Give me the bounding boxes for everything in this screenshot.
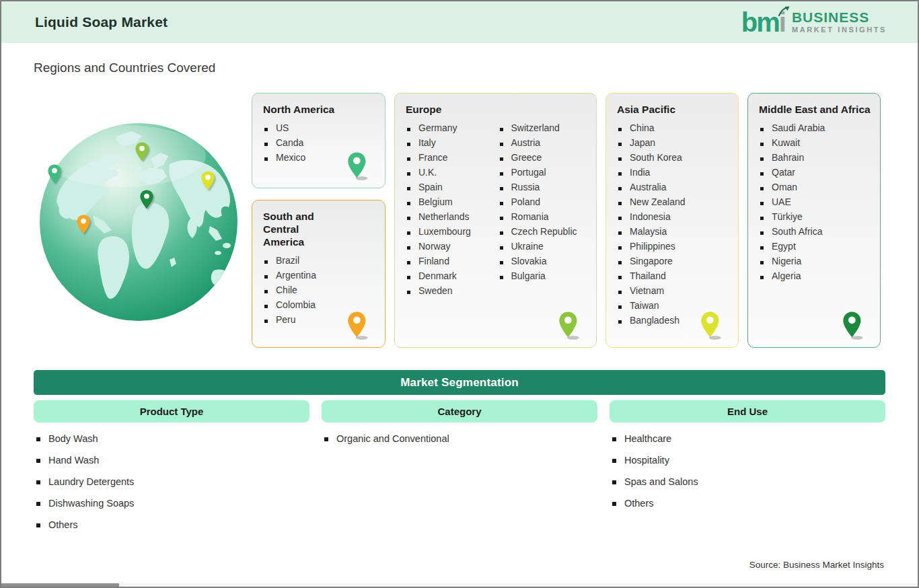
country-item: Algeria xyxy=(760,270,871,285)
country-item: Czech Republic xyxy=(500,226,587,241)
bullet-icon xyxy=(407,291,410,294)
horizontal-scrollbar[interactable] xyxy=(1,583,918,587)
country-item-label: New Zealand xyxy=(630,196,686,207)
bullet-icon xyxy=(760,172,764,176)
americas-column: North America USCandaMexico South and Ce… xyxy=(252,93,385,348)
country-item: Slovakia xyxy=(500,256,587,270)
map-pin-icon xyxy=(557,309,581,342)
country-item-label: Czech Republic xyxy=(511,226,577,237)
content-area: Regions and Countries Covered xyxy=(1,61,918,541)
country-list-europe: GermanyItalyFranceU.K.SpainBelgiumNether… xyxy=(404,122,587,300)
country-item: Qatar xyxy=(760,167,871,182)
country-item: France xyxy=(407,152,494,167)
bullet-icon xyxy=(760,128,764,131)
infographic-frame: Liquid Soap Market bmi BUSINESS MARKET I… xyxy=(0,0,919,588)
bullet-icon xyxy=(500,187,503,190)
segment-header-end-use: End Use xyxy=(610,400,885,422)
map-pin-icon xyxy=(134,141,150,163)
segment-list-product-type: Body WashHand WashLaundry DetergentsDish… xyxy=(34,433,309,541)
globe-graphic xyxy=(38,121,240,323)
bullet-icon xyxy=(407,128,410,131)
bullet-icon xyxy=(407,231,410,235)
country-item: Bahrain xyxy=(760,152,871,167)
country-item: Argentina xyxy=(264,270,375,285)
region-box-asia-pacific: Asia Pacific ChinaJapanSouth KoreaIndiaA… xyxy=(605,93,739,348)
bullet-icon xyxy=(618,217,622,220)
region-title: South and Central America xyxy=(263,210,342,248)
bullet-icon xyxy=(760,276,764,279)
country-item: Denmark xyxy=(407,270,494,285)
country-item-label: Indonesia xyxy=(630,211,671,222)
scrollbar-thumb[interactable] xyxy=(1,583,119,587)
bullet-icon xyxy=(264,275,268,279)
region-box-europe: Europe GermanyItalyFranceU.K.SpainBelgiu… xyxy=(394,93,597,348)
bmi-logo-text: BUSINESS MARKET INSIGHTS xyxy=(792,10,887,34)
country-item-label: Peru xyxy=(276,314,296,325)
bullet-icon xyxy=(264,305,268,308)
segment-col-product-type: Body WashHand WashLaundry DetergentsDish… xyxy=(34,433,309,541)
bullet-icon xyxy=(760,187,764,190)
country-item-label: Switzerland xyxy=(511,122,560,133)
country-item-label: Singapore xyxy=(630,256,673,266)
country-item: Thailand xyxy=(618,270,729,285)
country-item-label: Slovakia xyxy=(511,256,547,266)
region-title: Middle East and Africa xyxy=(759,103,871,116)
country-item-label: Poland xyxy=(511,196,541,207)
country-item: South Africa xyxy=(760,226,871,241)
segmentation-headers: Product Type Category End Use xyxy=(34,400,885,422)
country-item-label: Qatar xyxy=(772,167,795,178)
country-item: Italy xyxy=(407,137,494,152)
bullet-icon xyxy=(500,217,503,220)
logo-mark-green: bm xyxy=(741,7,779,37)
section-title: Regions and Countries Covered xyxy=(34,61,885,75)
bullet-icon xyxy=(618,261,622,264)
segment-item-label: Laundry Detergents xyxy=(48,476,134,487)
country-item: Brazil xyxy=(264,255,375,270)
logo-line2: MARKET INSIGHTS xyxy=(792,26,887,34)
country-item-label: Ukraine xyxy=(511,241,544,252)
bullet-icon xyxy=(618,276,622,279)
country-item-label: Russia xyxy=(511,182,540,192)
bullet-icon xyxy=(760,261,764,264)
bullet-icon xyxy=(500,128,503,131)
country-item-label: Thailand xyxy=(630,270,666,281)
country-item-label: Denmark xyxy=(418,270,457,281)
country-item: Malaysia xyxy=(618,226,729,241)
bullet-icon xyxy=(618,157,622,161)
segment-item: Dishwashing Soaps xyxy=(36,498,309,519)
bullet-icon xyxy=(500,276,503,279)
map-pin-icon xyxy=(200,170,216,192)
bullet-icon xyxy=(36,502,40,506)
bullet-icon xyxy=(500,157,503,161)
country-list-asia-pacific: ChinaJapanSouth KoreaIndiaAustraliaNew Z… xyxy=(616,122,729,330)
country-item-label: U.K. xyxy=(418,167,437,178)
country-item-label: Canda xyxy=(276,137,303,148)
bullet-icon xyxy=(407,202,410,205)
country-item: Kuwait xyxy=(760,137,871,152)
country-item: Spain xyxy=(407,182,494,196)
country-item: Sweden xyxy=(407,285,494,300)
bullet-icon xyxy=(618,128,622,131)
segment-item-label: Healthcare xyxy=(624,433,671,444)
segmentation-title-bar: Market Segmentation xyxy=(34,370,885,395)
segment-header-category: Category xyxy=(322,400,597,422)
bullet-icon xyxy=(36,437,40,441)
country-item: Saudi Arabia xyxy=(760,122,871,137)
segment-item: Spas and Salons xyxy=(612,476,885,498)
segment-item-label: Spas and Salons xyxy=(624,476,698,487)
country-item-label: Nigeria xyxy=(772,256,801,266)
country-item: India xyxy=(618,167,729,182)
segment-item-label: Organic and Conventional xyxy=(336,433,449,444)
bullet-icon xyxy=(618,291,622,294)
segment-item: Laundry Detergents xyxy=(36,476,309,498)
region-title: North America xyxy=(263,103,375,116)
segment-item-label: Hand Wash xyxy=(48,455,99,466)
country-item-label: South Africa xyxy=(772,226,823,237)
globe-column xyxy=(34,93,243,348)
bullet-icon xyxy=(407,261,410,264)
bullet-icon xyxy=(612,480,616,484)
country-item: Poland xyxy=(500,196,587,211)
country-item: Philippines xyxy=(618,241,729,256)
bullet-icon xyxy=(36,459,40,463)
country-item-label: Malaysia xyxy=(630,226,667,237)
